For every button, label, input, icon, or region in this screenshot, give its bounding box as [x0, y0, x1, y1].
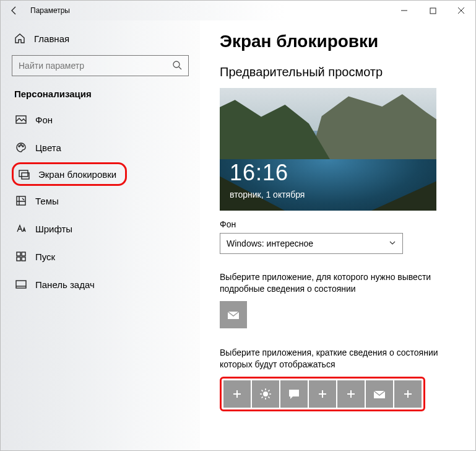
sidebar: Главная Персонализация Фон Цвета [1, 20, 200, 450]
preview-header: Предварительный просмотр [220, 65, 461, 79]
sidebar-item-label: Экран блокировки [38, 169, 116, 180]
svg-rect-12 [22, 257, 25, 261]
close-button[interactable] [447, 1, 475, 20]
weather-icon [259, 388, 272, 400]
home-link[interactable]: Главная [12, 28, 189, 55]
mail-icon [227, 308, 240, 322]
minimize-button[interactable] [390, 1, 418, 20]
svg-rect-10 [22, 252, 25, 256]
sidebar-item-colors[interactable]: Цвета [12, 134, 189, 160]
chevron-down-icon [389, 239, 396, 248]
search-input[interactable] [19, 61, 172, 71]
quick-app-slot-5[interactable] [337, 380, 365, 408]
main-content: Экран блокировки Предварительный просмот… [200, 20, 475, 450]
home-icon [14, 33, 25, 44]
svg-point-14 [263, 392, 268, 396]
quick-app-slot-1[interactable] [223, 380, 251, 408]
background-dropdown[interactable]: Windows: интересное [220, 233, 403, 254]
body: Главная Персонализация Фон Цвета [1, 20, 475, 450]
taskbar-icon [15, 279, 27, 290]
mail-icon [373, 387, 386, 401]
titlebar: Параметры [1, 1, 475, 20]
themes-icon [15, 195, 27, 206]
quick-app-slot-4[interactable] [309, 380, 336, 408]
sidebar-item-label: Цвета [35, 142, 61, 153]
plus-icon [402, 388, 413, 400]
svg-rect-13 [16, 281, 26, 288]
sidebar-item-fonts[interactable]: Шрифты [12, 216, 189, 242]
svg-point-4 [20, 144, 22, 146]
image-icon [15, 114, 27, 125]
sidebar-item-lockscreen[interactable]: Экран блокировки [12, 162, 127, 186]
window-title: Параметры [28, 6, 70, 15]
sidebar-item-themes[interactable]: Темы [12, 188, 189, 214]
quick-apps-text: Выберите приложения, краткие сведения о … [220, 347, 443, 370]
sidebar-item-background[interactable]: Фон [12, 107, 189, 133]
maximize-button[interactable] [418, 1, 447, 20]
quick-app-slot-6[interactable] [366, 380, 393, 408]
svg-point-3 [19, 146, 20, 147]
sidebar-item-label: Темы [35, 196, 59, 206]
sidebar-item-label: Пуск [35, 252, 55, 262]
back-button[interactable] [1, 1, 28, 20]
quick-apps-row [220, 377, 425, 411]
quick-app-slot-3[interactable] [280, 380, 308, 408]
plus-icon [232, 388, 243, 400]
plus-icon [317, 388, 328, 400]
sidebar-item-start[interactable]: Пуск [12, 243, 189, 269]
sidebar-item-taskbar[interactable]: Панель задач [12, 271, 189, 297]
svg-rect-8 [17, 196, 25, 205]
start-icon [15, 251, 27, 262]
search-box[interactable] [12, 55, 189, 76]
background-label: Фон [220, 219, 461, 229]
svg-rect-11 [17, 257, 20, 261]
lockscreen-preview: 16:16 вторник, 1 октября [220, 88, 436, 211]
dropdown-value: Windows: интересное [227, 239, 313, 248]
sidebar-item-label: Шрифты [35, 224, 72, 234]
palette-icon [15, 142, 27, 153]
preview-date: вторник, 1 октября [230, 190, 305, 199]
sidebar-item-label: Фон [35, 115, 53, 125]
chat-icon [288, 388, 300, 400]
quick-app-slot-7[interactable] [394, 380, 422, 408]
fonts-icon [15, 223, 27, 234]
category-title: Персонализация [14, 89, 189, 99]
sidebar-item-label: Панель задач [35, 279, 95, 290]
svg-point-1 [173, 61, 180, 68]
page-title: Экран блокировки [220, 32, 461, 51]
home-label: Главная [34, 33, 69, 44]
svg-point-5 [22, 146, 24, 147]
svg-rect-6 [19, 170, 28, 177]
detail-app-tile[interactable] [220, 301, 247, 328]
svg-rect-9 [17, 252, 20, 256]
quick-app-slot-2[interactable] [252, 380, 279, 408]
preview-time: 16:16 [230, 160, 288, 186]
detail-app-text: Выберите приложение, для которого нужно … [220, 271, 443, 295]
plus-icon [345, 388, 357, 400]
settings-window: Параметры Главная П [0, 0, 476, 451]
search-icon [172, 60, 182, 72]
lockscreen-icon [19, 169, 30, 180]
svg-rect-0 [430, 8, 436, 14]
